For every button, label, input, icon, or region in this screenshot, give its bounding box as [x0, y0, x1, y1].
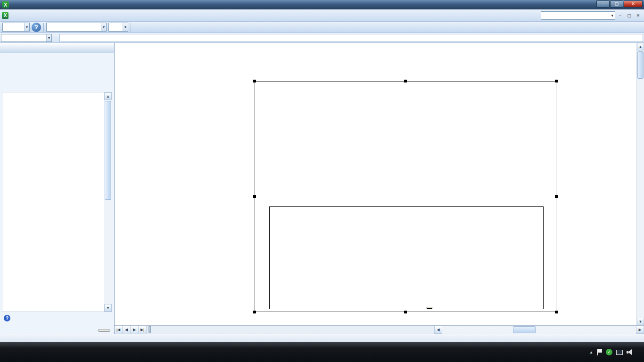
scrollbar-track[interactable] — [442, 326, 636, 334]
column-headers — [115, 43, 636, 51]
restore-workbook-button[interactable]: ▢ — [625, 11, 633, 19]
window-controls: − ▢ ✕ — [596, 0, 643, 8]
chevron-down-icon: ▾ — [24, 23, 29, 31]
standard-toolbar: ▾ ? ▾ ▾ — [0, 22, 644, 33]
scroll-down-icon[interactable]: ▼ — [104, 304, 112, 312]
previous-sheet-button[interactable]: ◀ — [123, 326, 131, 334]
chevron-down-icon: ▾ — [46, 34, 51, 41]
next-sheet-button[interactable]: ▶ — [131, 326, 139, 334]
scroll-up-icon[interactable]: ▲ — [637, 43, 644, 50]
action-center-icon[interactable] — [597, 349, 602, 355]
selection-handle[interactable] — [555, 195, 558, 198]
display-icon[interactable] — [616, 350, 623, 355]
selection-handle[interactable] — [253, 195, 256, 198]
screen: X − ▢ ✕ X ▾ − ▢ ✕ ▾ ? ▾ — [0, 0, 644, 362]
vertical-scrollbar[interactable]: ▲ ▼ — [636, 43, 644, 325]
maximize-button[interactable]: ▢ — [610, 0, 623, 8]
first-sheet-button[interactable]: |◀ — [115, 326, 123, 334]
show-hidden-icons-button[interactable]: ▲ — [589, 350, 593, 354]
scroll-up-icon[interactable]: ▲ — [104, 92, 112, 100]
selection-handle[interactable] — [253, 80, 256, 82]
title-bar: X − ▢ ✕ — [0, 0, 644, 9]
chevron-down-icon: ▾ — [610, 13, 615, 18]
close-workbook-button[interactable]: ✕ — [634, 11, 642, 19]
selection-handle[interactable] — [404, 311, 407, 313]
selection-handle[interactable] — [404, 80, 407, 82]
help-icon: ? — [4, 315, 10, 321]
formula-bar: ▾ — [0, 33, 644, 43]
antivirus-icon[interactable]: ✓ — [606, 349, 612, 355]
name-box[interactable]: ▾ — [1, 34, 52, 42]
legend-tooltip — [427, 307, 432, 309]
excel-app-icon: X — [2, 1, 9, 8]
close-button[interactable]: ✕ — [624, 0, 643, 8]
font-name-combo[interactable]: ▾ — [46, 23, 107, 32]
minimize-workbook-button[interactable]: − — [616, 11, 624, 19]
available-files-title — [0, 58, 114, 63]
recovered-files-list: ▲ ▼ — [2, 92, 112, 312]
scroll-right-icon[interactable]: ▶ — [636, 326, 644, 334]
close-pane-button[interactable] — [98, 329, 110, 332]
question-box[interactable]: ▾ — [541, 11, 615, 20]
scroll-down-icon[interactable]: ▼ — [637, 318, 644, 325]
font-size-combo[interactable]: ▾ — [108, 23, 128, 32]
toolbar-separator — [43, 23, 44, 32]
scrollbar-thumb[interactable] — [513, 326, 536, 333]
pane-scrollbar[interactable]: ▲ ▼ — [104, 92, 112, 312]
chart-legend[interactable] — [269, 206, 544, 309]
chart[interactable] — [255, 81, 556, 312]
scrollbar-thumb[interactable] — [105, 101, 111, 200]
pane-help-row: ? — [4, 315, 13, 321]
sheet-tabs-row: |◀ ◀ ▶ ▶| ◀ ▶ — [115, 325, 644, 334]
scroll-left-icon[interactable]: ◀ — [434, 326, 442, 334]
pane-title — [0, 43, 114, 53]
workbook-icon: X — [2, 12, 8, 19]
toolbar-separator — [131, 23, 131, 32]
document-recovery-pane: ▲ ▼ ? — [0, 43, 115, 334]
last-sheet-button[interactable]: ▶| — [139, 326, 147, 334]
formula-input[interactable] — [59, 34, 643, 42]
tab-split-handle[interactable] — [149, 326, 151, 333]
menu-bar: X ▾ − ▢ ✕ — [0, 9, 644, 22]
file-items — [2, 92, 104, 312]
scrollbar-thumb[interactable] — [637, 51, 644, 79]
selection-handle[interactable] — [555, 311, 558, 313]
help-button[interactable]: ? — [32, 23, 41, 32]
selection-handle[interactable] — [253, 311, 256, 313]
taskbar: ▲ ✓ — [0, 342, 644, 362]
selection-handle[interactable] — [555, 80, 558, 82]
minimize-button[interactable]: − — [596, 0, 610, 8]
status-bar — [0, 334, 644, 342]
question-area: ▾ − ▢ ✕ — [541, 11, 642, 20]
system-tray: ▲ ✓ — [586, 349, 644, 355]
pane-intro — [0, 53, 114, 58]
chevron-down-icon: ▾ — [123, 23, 128, 31]
zoom-combo[interactable]: ▾ — [2, 23, 30, 32]
chevron-down-icon: ▾ — [101, 23, 106, 31]
volume-icon[interactable] — [627, 349, 634, 355]
horizontal-scrollbar[interactable]: ◀ ▶ — [434, 326, 644, 334]
